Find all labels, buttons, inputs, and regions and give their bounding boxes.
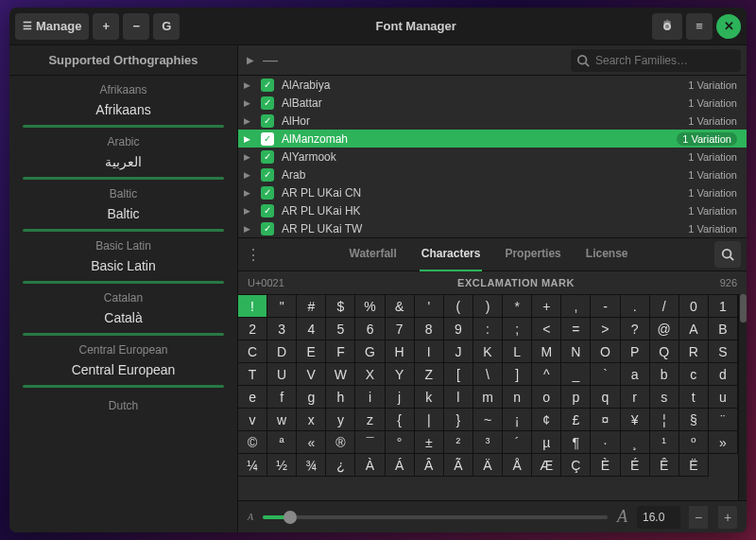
tab-characters[interactable]: Characters [420, 237, 483, 271]
orthography-item[interactable]: Basic LatinBasic Latin [9, 232, 237, 284]
glyph-cell[interactable]: È [591, 454, 620, 477]
glyph-cell[interactable]: ½ [267, 454, 297, 477]
glyph-cell[interactable]: / [650, 295, 679, 318]
glyph-cell[interactable]: ^ [532, 363, 561, 386]
glyph-cell[interactable]: L [503, 340, 532, 363]
glyph-cell[interactable]: b [650, 363, 679, 386]
glyph-cell[interactable]: { [386, 409, 415, 431]
glyph-cell[interactable]: Ê [650, 454, 679, 477]
glyph-cell[interactable]: % [355, 295, 385, 318]
glyph-cell[interactable]: ] [503, 363, 532, 386]
glyph-cell[interactable]: B [709, 318, 738, 340]
glyph-cell[interactable]: + [532, 295, 561, 318]
glyph-cell[interactable]: G [355, 340, 385, 363]
font-family-row[interactable]: ▶✓Arab1 Variation [238, 165, 747, 183]
enable-checkbox[interactable]: ✓ [261, 222, 274, 235]
glyph-cell[interactable]: 6 [355, 318, 385, 340]
glyph-cell[interactable]: f [267, 386, 297, 409]
glyph-cell[interactable]: ! [238, 295, 267, 318]
glyph-cell[interactable]: ¤ [591, 409, 620, 431]
glyph-cell[interactable]: 0 [679, 295, 709, 318]
enable-checkbox[interactable]: ✓ [261, 204, 274, 218]
glyph-cell[interactable]: ¹ [650, 431, 679, 454]
glyph-cell[interactable]: g [297, 386, 326, 409]
glyph-cell[interactable]: c [679, 363, 709, 386]
glyph-cell[interactable]: I [415, 340, 444, 363]
glyph-cell[interactable]: É [621, 454, 650, 477]
glyph-cell[interactable]: , [561, 295, 591, 318]
glyph-cell[interactable]: \ [473, 363, 503, 386]
expand-arrow-icon[interactable]: ▶ [244, 55, 257, 65]
size-slider[interactable] [263, 515, 608, 519]
glyph-cell[interactable]: W [326, 363, 355, 386]
glyph-cell[interactable]: ° [386, 431, 415, 454]
glyph-cell[interactable]: 4 [297, 318, 326, 340]
font-family-row[interactable]: ▶✓AlBattar1 Variation [238, 94, 747, 112]
glyph-cell[interactable]: ¼ [238, 454, 267, 477]
glyph-cell[interactable]: » [709, 431, 738, 454]
scrollbar-thumb[interactable] [740, 294, 747, 322]
glyph-cell[interactable]: ³ [473, 431, 503, 454]
glyph-cell[interactable]: } [444, 409, 473, 431]
glyph-cell[interactable]: ; [503, 318, 532, 340]
glyph-cell[interactable]: ¨ [709, 409, 738, 431]
font-family-row[interactable]: ▶✓AR PL UKai CN1 Variation [238, 183, 747, 201]
glyph-cell[interactable]: k [415, 386, 444, 409]
glyph-cell[interactable]: µ [532, 431, 561, 454]
glyph-cell[interactable]: r [621, 386, 650, 409]
glyph-cell[interactable]: j [386, 386, 415, 409]
glyph-cell[interactable]: # [297, 295, 326, 318]
glyph-cell[interactable]: u [709, 386, 738, 409]
manage-button[interactable]: ☰ Manage [15, 13, 89, 40]
glyph-cell[interactable]: E [297, 340, 326, 363]
glyph-cell[interactable]: Y [386, 363, 415, 386]
glyph-cell[interactable]: T [238, 363, 267, 386]
size-value[interactable]: 16.0 [637, 506, 680, 529]
glyph-scrollbar[interactable] [738, 294, 747, 500]
glyph-cell[interactable]: Æ [532, 454, 561, 477]
glyph-cell[interactable]: « [297, 431, 326, 454]
expand-arrow-icon[interactable]: ▶ [244, 206, 253, 216]
font-family-row[interactable]: ▶✓AlManzomah1 Variation [238, 130, 747, 148]
glyph-cell[interactable]: Á [386, 454, 415, 477]
expand-arrow-icon[interactable]: ▶ [244, 188, 253, 198]
expand-arrow-icon[interactable]: ▶ [244, 134, 253, 144]
font-family-row[interactable]: ▶✓AlArabiya1 Variation [238, 76, 747, 94]
glyph-cell[interactable]: & [386, 295, 415, 318]
glyph-cell[interactable]: ~ [473, 409, 503, 431]
glyph-cell[interactable]: Å [503, 454, 532, 477]
expand-arrow-icon[interactable]: ▶ [244, 152, 253, 162]
glyph-cell[interactable]: Z [415, 363, 444, 386]
glyph-cell[interactable]: N [561, 340, 591, 363]
glyph-cell[interactable]: ¥ [621, 409, 650, 431]
close-button[interactable]: ✕ [716, 14, 741, 39]
glyph-cell[interactable]: e [238, 386, 267, 409]
glyph-cell[interactable]: < [532, 318, 561, 340]
glyph-cell[interactable]: K [473, 340, 503, 363]
glyph-cell[interactable]: S [709, 340, 738, 363]
glyph-cell[interactable]: £ [561, 409, 591, 431]
glyph-cell[interactable]: _ [561, 363, 591, 386]
glyph-cell[interactable]: 7 [386, 318, 415, 340]
glyph-cell[interactable]: © [238, 431, 267, 454]
glyph-cell[interactable]: @ [650, 318, 679, 340]
glyph-grid[interactable]: !"#$%&'()*+,-./0123456789:;<=>?@ABCDEFGH… [238, 294, 738, 477]
expand-arrow-icon[interactable]: ▶ [244, 224, 253, 234]
glyph-cell[interactable]: ( [444, 295, 473, 318]
glyph-cell[interactable]: ª [267, 431, 297, 454]
glyph-cell[interactable]: § [679, 409, 709, 431]
size-increase-button[interactable]: + [718, 506, 737, 529]
glyph-cell[interactable]: R [679, 340, 709, 363]
font-family-row[interactable]: ▶✓AR PL UKai TW1 Variation [238, 219, 747, 237]
glyph-cell[interactable]: 8 [415, 318, 444, 340]
glyph-cell[interactable]: J [444, 340, 473, 363]
orthography-item[interactable]: BalticBaltic [9, 180, 237, 232]
font-family-row[interactable]: ▶✓AlYarmook1 Variation [238, 148, 747, 165]
glyph-cell[interactable]: º [679, 431, 709, 454]
glyph-cell[interactable]: 9 [444, 318, 473, 340]
glyph-cell[interactable]: Ë [679, 454, 709, 477]
size-decrease-button[interactable]: − [689, 506, 708, 529]
expand-arrow-icon[interactable]: ▶ [244, 116, 253, 126]
glyph-cell[interactable]: ¿ [326, 454, 355, 477]
glyph-cell[interactable]: F [326, 340, 355, 363]
